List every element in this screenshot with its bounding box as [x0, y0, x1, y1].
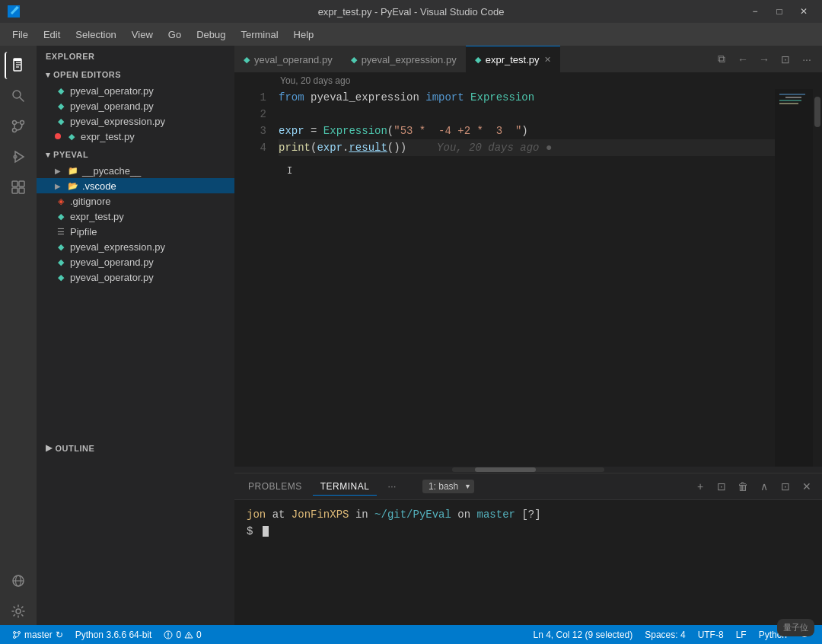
collapsed-arrow: ▶: [55, 167, 64, 175]
terminal-content[interactable]: jon at JonFinXPS in ~/git/PyEval on mast…: [234, 500, 822, 625]
svg-point-21: [14, 631, 16, 633]
terminal-prompt-line: jon at JonFinXPS in ~/git/PyEval on mast…: [247, 506, 810, 523]
panel-tab-terminal[interactable]: TERMINAL: [313, 478, 378, 496]
file-expr-test[interactable]: ◆ expr_test.py: [37, 209, 234, 224]
statusbar-line-ending[interactable]: LF: [730, 625, 753, 644]
split-layout-button[interactable]: ⊡: [776, 50, 795, 69]
file-pipfile[interactable]: ☰ Pipfile: [37, 224, 234, 239]
statusbar-errors[interactable]: 0 0: [158, 625, 207, 644]
trash-terminal-button[interactable]: 🗑: [734, 477, 752, 496]
explorer-header: EXPLORER: [37, 46, 234, 64]
statusbar-git-branch[interactable]: master ↻: [6, 625, 69, 644]
tab-close-icon[interactable]: ✕: [544, 55, 551, 65]
tab-operand[interactable]: ◆ yeval_operand.py: [234, 46, 342, 72]
py-icon: ◆: [55, 100, 67, 112]
split-terminal-button[interactable]: ⊡: [712, 477, 731, 496]
menu-selection[interactable]: Selection: [69, 26, 122, 43]
git-icon: ◈: [55, 195, 67, 207]
tab-expression[interactable]: ◆ pyeval_expression.py: [342, 46, 466, 72]
minimize-button[interactable]: −: [744, 4, 766, 19]
open-editor-expression[interactable]: ◆ pyeval_expression.py: [37, 113, 234, 129]
minimap: [775, 89, 813, 467]
statusbar-spaces[interactable]: Spaces: 4: [639, 625, 691, 644]
file-pyeval-expression[interactable]: ◆ pyeval_expression.py: [37, 239, 234, 254]
warning-icon: [184, 630, 193, 639]
menu-help[interactable]: Help: [288, 26, 320, 43]
more-actions-button[interactable]: ···: [798, 50, 816, 69]
folder-pycache[interactable]: ▶ 📁 __pycache__: [37, 163, 234, 178]
svg-point-22: [14, 636, 16, 638]
horizontal-scrollbar-area: [234, 467, 822, 473]
menu-file[interactable]: File: [6, 26, 34, 43]
pyeval-header[interactable]: ▾ PYEVAL: [37, 144, 234, 163]
h-scrollbar-thumb[interactable]: [475, 467, 536, 472]
activity-extensions[interactable]: [5, 174, 32, 201]
activity-settings[interactable]: [5, 598, 32, 625]
text-icon: ☰: [55, 225, 67, 238]
panel-tab-problems[interactable]: PROBLEMS: [241, 478, 310, 495]
panel-tab-more[interactable]: ···: [380, 478, 404, 495]
panel-layout-button[interactable]: ⊡: [776, 477, 795, 496]
open-editor-operator[interactable]: ◆ pyeval_operator.py: [37, 83, 234, 98]
code-editor[interactable]: 1 2 3 4 from pyeval_exp: [234, 89, 822, 467]
activity-bar: [0, 46, 37, 625]
line-num-4: 4: [234, 139, 266, 156]
modified-dot: [55, 133, 61, 139]
split-editor-button[interactable]: ⧉: [712, 50, 731, 69]
tab-py-icon: ◆: [475, 55, 481, 65]
navigate-forward-button[interactable]: →: [755, 50, 773, 69]
navigate-back-button[interactable]: ←: [734, 50, 752, 69]
statusbar-cursor[interactable]: Ln 4, Col 12 (9 selected): [527, 625, 639, 644]
svg-point-9: [21, 121, 24, 125]
activity-files[interactable]: [5, 52, 32, 79]
file-gitignore[interactable]: ◈ .gitignore: [37, 193, 234, 209]
file-pyeval-operator[interactable]: ◆ pyeval_operator.py: [37, 269, 234, 285]
svg-rect-12: [12, 181, 18, 187]
svg-point-26: [168, 636, 170, 638]
menu-view[interactable]: View: [126, 26, 159, 43]
refresh-icon: ↻: [56, 630, 63, 640]
activity-source-control[interactable]: [5, 113, 32, 140]
open-editors-header[interactable]: ▾ OPEN EDITORS: [37, 64, 234, 83]
editor-scrollbar[interactable]: [813, 89, 822, 467]
sidebar: EXPLORER ▾ OPEN EDITORS ◆ pyeval_operato…: [37, 46, 234, 625]
menu-go[interactable]: Go: [162, 26, 187, 43]
panel-close-button[interactable]: ✕: [798, 477, 816, 496]
activity-remote[interactable]: [5, 567, 32, 595]
tab-bar: ◆ yeval_operand.py ◆ pyeval_expression.p…: [234, 46, 822, 72]
statusbar-encoding[interactable]: UTF-8: [692, 625, 730, 644]
terminal-input-line[interactable]: $: [247, 523, 810, 540]
open-editor-operand[interactable]: ◆ pyeval_operand.py: [37, 98, 234, 113]
folder-vscode[interactable]: ▶ 📂 .vscode: [37, 178, 234, 193]
close-button[interactable]: ✕: [793, 4, 814, 19]
statusbar-python[interactable]: Python 3.6.6 64-bit: [69, 625, 158, 644]
terminal-selector[interactable]: 1: bash: [422, 480, 474, 493]
svg-point-7: [13, 121, 17, 125]
open-editor-test[interactable]: ◆ expr_test.py: [37, 129, 234, 144]
titlebar-controls: − □ ✕: [744, 4, 814, 19]
outline-header[interactable]: ▶ OUTLINE: [37, 437, 234, 459]
new-terminal-button[interactable]: +: [691, 477, 709, 496]
activity-search[interactable]: [5, 82, 32, 110]
py-icon: ◆: [65, 130, 78, 142]
tab-expr-test[interactable]: ◆ expr_test.py ✕: [466, 46, 560, 72]
terminal-selector-wrap: 1: bash: [422, 480, 474, 493]
menu-terminal[interactable]: Terminal: [234, 26, 284, 43]
watermark: 量子位: [777, 619, 814, 636]
titlebar: expr_test.py - PyEval - Visual Studio Co…: [0, 0, 822, 23]
maximize-button[interactable]: □: [769, 4, 790, 19]
folder-open-icon: 📂: [67, 180, 79, 192]
menubar: File Edit Selection View Go Debug Termin…: [0, 23, 822, 46]
py-icon: ◆: [55, 84, 67, 97]
file-pyeval-operand[interactable]: ◆ pyeval_operand.py: [37, 254, 234, 269]
panel-chevron-up[interactable]: ∧: [755, 477, 773, 496]
menu-debug[interactable]: Debug: [190, 26, 231, 43]
titlebar-title: expr_test.py - PyEval - Visual Studio Co…: [318, 6, 505, 18]
editor-area: ◆ yeval_operand.py ◆ pyeval_expression.p…: [234, 46, 822, 625]
activity-run-debug[interactable]: [5, 143, 32, 171]
code-content[interactable]: from pyeval_expression import Expression…: [272, 89, 775, 467]
menu-edit[interactable]: Edit: [37, 26, 66, 43]
scrollbar-thumb[interactable]: [814, 97, 820, 127]
tab-py-icon: ◆: [351, 55, 357, 65]
code-line-1: from pyeval_expression import Expression: [279, 89, 775, 106]
